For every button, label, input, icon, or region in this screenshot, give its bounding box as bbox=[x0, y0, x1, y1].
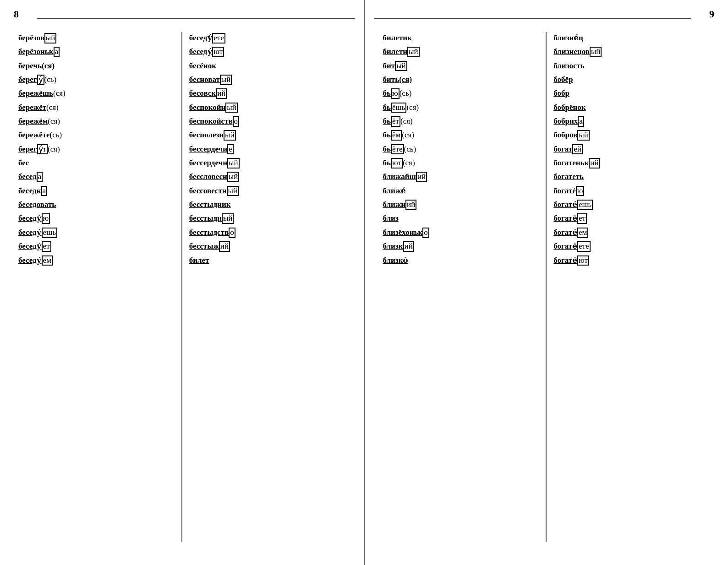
list-item: бес bbox=[18, 157, 175, 169]
list-item: бобрёнок bbox=[553, 102, 710, 114]
list-item: беседу́ю bbox=[18, 212, 175, 224]
list-item: беречь(ся) bbox=[18, 60, 175, 72]
list-item: билетный bbox=[383, 46, 539, 58]
right-columns: билетик билетный битый бить(ся) бью(сь) … bbox=[378, 32, 715, 542]
list-item: беседу́ешь bbox=[18, 227, 175, 239]
left-col1: берёзовый берёзонька беречь(ся) берегу́(… bbox=[14, 32, 179, 542]
list-item: беседу́ют bbox=[189, 46, 345, 58]
page-line-right bbox=[374, 18, 692, 19]
list-item: берегу́т(ся) bbox=[18, 143, 175, 155]
column-divider bbox=[181, 32, 182, 542]
list-item: близёхонько bbox=[383, 227, 539, 239]
list-item: битый bbox=[383, 60, 539, 72]
right-col1: билетик билетный битый бить(ся) бью(сь) … bbox=[378, 32, 544, 542]
list-item: бьют(ся) bbox=[383, 157, 539, 169]
list-item: беседа bbox=[18, 171, 175, 183]
list-item: богатенький bbox=[553, 157, 710, 169]
list-item: близкий bbox=[383, 240, 539, 252]
list-item: бобровый bbox=[553, 129, 710, 141]
list-item: богате́ем bbox=[553, 227, 710, 239]
right-col2: близне́ц близнецовый близость бобёр бобр… bbox=[549, 32, 714, 542]
list-item: ближе́ bbox=[383, 185, 539, 197]
left-col2: беседу́ете беседу́ют бесёнок бесноватый … bbox=[185, 32, 350, 542]
list-item: богатéю bbox=[553, 185, 710, 197]
list-item: бьём(ся) bbox=[383, 129, 539, 141]
list-item: бесовский bbox=[189, 87, 345, 99]
list-item: близость bbox=[553, 60, 710, 72]
list-item: бобриха bbox=[553, 115, 710, 127]
page-line-left bbox=[37, 18, 355, 19]
list-item: беседу́ете bbox=[189, 32, 345, 44]
list-item: близне́ц bbox=[553, 32, 710, 44]
page-number-right: 9 bbox=[709, 8, 714, 20]
list-item: богатеть bbox=[553, 171, 710, 183]
list-item: бесстыжий bbox=[189, 240, 345, 252]
page-number-left: 8 bbox=[14, 8, 19, 20]
list-item: беседу́ем bbox=[18, 255, 175, 266]
list-item: билет bbox=[189, 255, 345, 266]
list-item: бесёнок bbox=[189, 60, 345, 72]
list-item: близко́ bbox=[383, 255, 539, 266]
list-item: бессловесный bbox=[189, 171, 345, 183]
list-item: богате́ют bbox=[553, 255, 710, 266]
left-page: 8 берёзовый берёзонька беречь(ся) берегу… bbox=[0, 0, 365, 565]
list-item: бьёшь(ся) bbox=[383, 102, 539, 114]
list-item: бобёр bbox=[553, 74, 710, 86]
list-item: берегу́(сь) bbox=[18, 74, 175, 86]
list-item: бьёт(ся) bbox=[383, 115, 539, 127]
list-item: близ bbox=[383, 212, 539, 224]
list-item: бесстыдство bbox=[189, 227, 345, 239]
list-item: беседовать bbox=[18, 199, 175, 211]
list-item: берёзовый bbox=[18, 32, 175, 44]
column-divider-right bbox=[546, 32, 547, 542]
list-item: бесноватый bbox=[189, 74, 345, 86]
list-item: беседка bbox=[18, 185, 175, 197]
list-item: бессердечный bbox=[189, 157, 345, 169]
list-item: богате́ет bbox=[553, 212, 710, 224]
list-item: ближний bbox=[383, 199, 539, 211]
list-item: бережёшь(ся) bbox=[18, 87, 175, 99]
list-item: ближайший bbox=[383, 171, 539, 183]
list-item: бессовестный bbox=[189, 185, 345, 197]
list-item: бережёт(ся) bbox=[18, 102, 175, 114]
list-item: бессердечие bbox=[189, 143, 345, 155]
list-item: бесполезный bbox=[189, 129, 345, 141]
list-item: бесстыдник bbox=[189, 199, 345, 211]
list-item: бьёте(сь) bbox=[383, 143, 539, 155]
list-item: берёзонька bbox=[18, 46, 175, 58]
list-item: билетик bbox=[383, 32, 539, 44]
list-item: бережём(ся) bbox=[18, 115, 175, 127]
list-item: беспокойство bbox=[189, 115, 345, 127]
list-item: бережёте(сь) bbox=[18, 129, 175, 141]
list-item: богате́ете bbox=[553, 240, 710, 252]
list-item: богатей bbox=[553, 143, 710, 155]
right-page: 9 билетик билетный битый бить(ся) бью(сь… bbox=[365, 0, 728, 565]
list-item: беседу́ет bbox=[18, 240, 175, 252]
left-columns: берёзовый берёзонька беречь(ся) берегу́(… bbox=[14, 32, 350, 542]
list-item: бесстыдный bbox=[189, 212, 345, 224]
list-item: бью(сь) bbox=[383, 87, 539, 99]
list-item: близнецовый bbox=[553, 46, 710, 58]
list-item: богате́ешь bbox=[553, 199, 710, 211]
list-item: беспокойный bbox=[189, 102, 345, 114]
list-item: бобр bbox=[553, 87, 710, 99]
list-item: бить(ся) bbox=[383, 74, 539, 86]
